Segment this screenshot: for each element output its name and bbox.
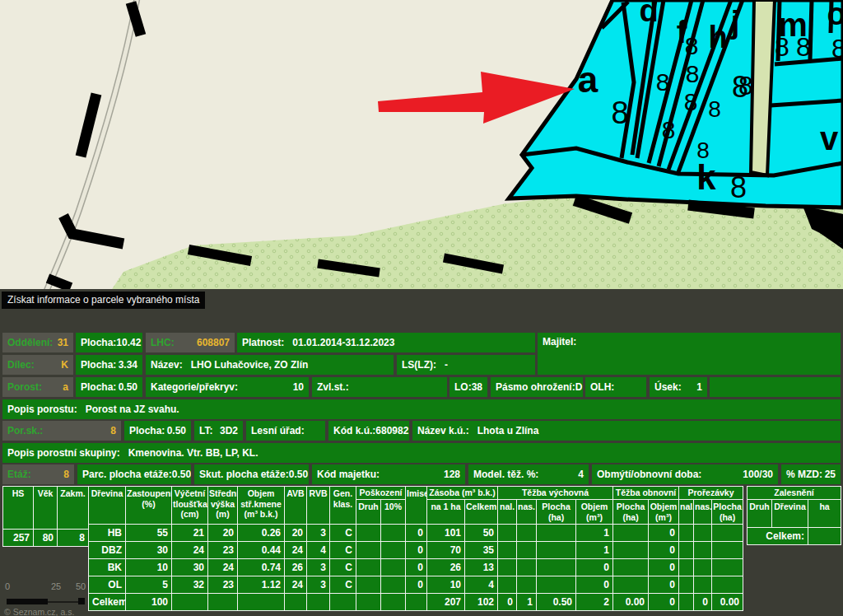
col-header-plocha-ha: Plocha (ha) bbox=[537, 500, 576, 525]
table-cell: 55 bbox=[126, 525, 172, 542]
table-cell: C bbox=[330, 542, 356, 559]
table-cell: 102 bbox=[465, 594, 498, 611]
col-header-vek: Věk bbox=[34, 487, 58, 530]
col-header-ha: ha bbox=[808, 500, 841, 528]
field-usek: Úsek: 1 bbox=[650, 377, 707, 397]
field-etaz: Etáž: 8 bbox=[2, 464, 74, 484]
field-plocha-oddeleni: Plocha: 10.42 bbox=[76, 333, 142, 352]
field-nazev-ku: Název k.ú.: Lhota u Zlína bbox=[412, 421, 841, 441]
field-mzd: % MZD: 25 bbox=[781, 464, 841, 484]
field-value: 0.50 bbox=[119, 381, 137, 393]
table-cell bbox=[712, 559, 743, 576]
table-cell bbox=[356, 594, 381, 611]
table-cell bbox=[498, 542, 517, 559]
field-label: Název k.ú.: bbox=[417, 425, 469, 436]
table-cell bbox=[694, 576, 712, 594]
table-cell bbox=[712, 525, 743, 542]
table-row: OL532231.12243C010400 bbox=[89, 576, 743, 594]
table-cell: 0 bbox=[649, 576, 679, 594]
field-label: Etáž: bbox=[7, 469, 31, 480]
group-header-zasoba: Zásoba (m³ b.k.) bbox=[427, 487, 498, 500]
field-value: 100/30 bbox=[743, 469, 773, 480]
col-header-drevina: Dřevina bbox=[89, 487, 126, 525]
field-value: 31 bbox=[58, 337, 68, 348]
field-label: LO: bbox=[454, 381, 472, 393]
table-cell bbox=[694, 525, 712, 542]
table-cell bbox=[679, 525, 694, 542]
col-header-nas: nas. bbox=[517, 500, 537, 525]
field-value: 10 bbox=[293, 381, 304, 393]
table-cell: 10 bbox=[427, 576, 465, 594]
field-pasmo: Pásmo ohrožení: D bbox=[491, 377, 583, 397]
field-label: OLH: bbox=[590, 381, 614, 393]
map-tooltip: Získat informace o parcele vybraného mís… bbox=[2, 292, 205, 309]
table-cell bbox=[356, 576, 381, 594]
table-row: Celkem:100207102010.5020.00000.00 bbox=[89, 594, 743, 611]
table-cell: 20 bbox=[285, 525, 307, 542]
table-cell: 0 bbox=[649, 542, 679, 559]
table-cell bbox=[406, 594, 427, 611]
table-cell: Celkem: bbox=[748, 528, 808, 545]
field-value: K bbox=[61, 359, 68, 371]
table-cell bbox=[238, 594, 285, 611]
col-header-plocha-ha: Plocha (ha) bbox=[712, 500, 743, 525]
table-cell: Celkem: bbox=[89, 594, 126, 611]
table-cell: 0 bbox=[694, 594, 712, 611]
table-cell: 8 bbox=[58, 530, 89, 547]
table-cell: C bbox=[330, 559, 356, 576]
field-label: Popis porostu: bbox=[7, 404, 77, 415]
table-cell bbox=[381, 525, 406, 542]
table-cell bbox=[172, 594, 208, 611]
field-label: Pásmo ohrožení: bbox=[496, 381, 575, 393]
field-label: Plocha: bbox=[81, 381, 116, 393]
field-value: 25 bbox=[825, 469, 836, 480]
field-porsk: Por.sk.: 8 bbox=[2, 421, 121, 441]
field-value: 3.34 bbox=[119, 359, 137, 371]
empty-cell bbox=[710, 377, 841, 397]
field-label: Kód k.ú.: bbox=[333, 425, 375, 436]
col-header-zakm: Zakm. bbox=[58, 487, 89, 530]
field-porost: Porost: a bbox=[2, 377, 73, 397]
field-value: 4 bbox=[578, 469, 584, 480]
table-cell: 101 bbox=[427, 525, 465, 542]
table-cell: 30 bbox=[172, 559, 208, 576]
col-header-vycetni-tloustka: Výčetní tloušťka (cm) bbox=[172, 487, 208, 525]
field-label: Název: bbox=[151, 359, 183, 371]
table-cell bbox=[537, 559, 576, 576]
table-cell: 0 bbox=[649, 559, 679, 576]
field-platnost: Platnost: 01.01.2014-31.12.2023 bbox=[237, 333, 535, 352]
table-cell bbox=[330, 594, 356, 611]
field-value: 0.50 bbox=[289, 469, 308, 480]
field-label: Plocha: bbox=[81, 359, 116, 371]
field-label: Parc. plocha etáže: bbox=[82, 469, 172, 480]
table-cell bbox=[381, 576, 406, 594]
table-cell: 32 bbox=[172, 576, 208, 594]
table-cell bbox=[356, 559, 381, 576]
field-plocha-porost: Plocha: 0.50 bbox=[76, 377, 142, 397]
table-cell: 23 bbox=[208, 576, 238, 594]
table-cell: 0 bbox=[406, 525, 427, 542]
field-popis-skupiny: Popis porostní skupiny: Kmenovina. Vtr. … bbox=[2, 443, 841, 463]
table-cell bbox=[208, 594, 238, 611]
field-label: Zvl.st.: bbox=[317, 381, 349, 393]
table-cell: 3 bbox=[307, 576, 330, 594]
col-header-objem-m3: Objem (m³) bbox=[576, 500, 613, 525]
col-header-objem-m3: Objem (m³) bbox=[649, 500, 679, 525]
field-label: Obmýtí/obnovní doba: bbox=[597, 469, 701, 480]
table-cell bbox=[517, 576, 537, 594]
table-cell: 0 bbox=[406, 542, 427, 559]
field-value: Lhota u Zlína bbox=[477, 425, 539, 436]
col-header-druh: Druh bbox=[748, 500, 772, 528]
field-label: Majitel: bbox=[543, 336, 576, 348]
field-label: Plocha: bbox=[81, 337, 116, 348]
table-cell: DBZ bbox=[89, 542, 126, 559]
field-label: LHC: bbox=[151, 337, 175, 348]
field-value: 608807 bbox=[197, 337, 230, 348]
table-row: DBZ3024230.44244C0703510 bbox=[89, 542, 743, 559]
field-lslz: LS(LZ): - bbox=[397, 355, 535, 375]
table-cell bbox=[307, 594, 330, 611]
table-cell: 0 bbox=[649, 594, 679, 611]
field-value: 128 bbox=[444, 469, 460, 480]
col-header-drevina: Dřevina bbox=[772, 500, 808, 528]
field-label: % MZD: bbox=[786, 469, 822, 480]
